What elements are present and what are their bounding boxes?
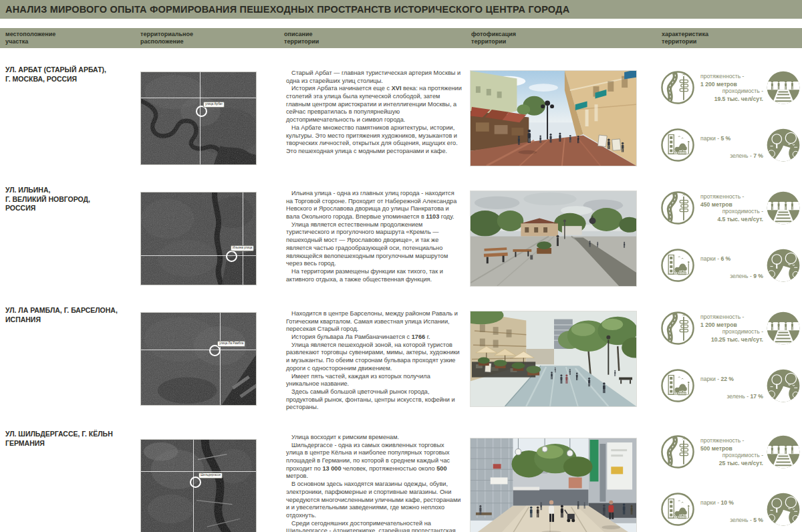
green-metric: зелень - 5 % bbox=[672, 517, 763, 525]
map-grid-line bbox=[200, 72, 200, 164]
metric-label: протяженность - bbox=[700, 193, 744, 200]
metric-label: проходимость - bbox=[722, 88, 763, 94]
metric-label: парки - bbox=[700, 376, 720, 382]
metric-value: 4.5 тыс. чел/сут. bbox=[672, 216, 763, 224]
column-header-location: местоположение участка bbox=[5, 31, 55, 46]
metric-value: 10.25 тыс. чел/сут. bbox=[672, 336, 763, 344]
row-title: УЛ. АРБАТ (СТАРЫЙ АРБАТ), Г. МОСКВА, РОС… bbox=[5, 65, 139, 84]
description-text: Находится в центре Барселоны, между райо… bbox=[286, 310, 462, 412]
metric-label: зелень - bbox=[726, 393, 750, 400]
metric-label: протяженность - bbox=[700, 437, 744, 444]
map-grid-line bbox=[141, 255, 256, 256]
metric-label: парки - bbox=[700, 135, 720, 142]
green-icon bbox=[766, 368, 801, 403]
row-arbat: УЛ. АРБАТ (СТАРЫЙ АРБАТ), Г. МОСКВА, РОС… bbox=[0, 63, 802, 184]
traffic-metric: проходимость -4.5 тыс. чел/сут. bbox=[672, 208, 763, 223]
satellite-map-novgorod bbox=[141, 192, 256, 285]
column-header-characteristics: характеристика территории bbox=[662, 31, 708, 46]
metric-value: 25 тыс. чел/сут. bbox=[672, 460, 763, 468]
green-icon bbox=[766, 248, 801, 283]
map-grid-line bbox=[220, 313, 221, 405]
column-header-description: описание территории bbox=[284, 31, 319, 46]
map-label: улица Арбат bbox=[203, 102, 225, 108]
row-rambla: УЛ. ЛА РАМБЛА, Г. БАРСЕЛОНА, ИСПАНИЯ ули… bbox=[0, 304, 802, 424]
satellite-map-barcelona bbox=[141, 313, 256, 405]
map-label: Ильина улица bbox=[231, 245, 254, 251]
map-grid-line bbox=[141, 350, 256, 350]
street-photo-rambla bbox=[471, 311, 636, 406]
page-title: АНАЛИЗ МИРОВОГО ОПЫТА ФОРМИРОВАНИЯ ПЕШЕХ… bbox=[5, 0, 569, 19]
photo-image bbox=[470, 70, 637, 166]
metric-label: проходимость - bbox=[722, 208, 763, 215]
green-metric: зелень - 7 % bbox=[672, 152, 763, 160]
map-grid-line bbox=[243, 192, 243, 285]
metric-label: проходимость - bbox=[722, 452, 763, 458]
map-marker bbox=[226, 251, 237, 262]
green-metric: зелень - 9 % bbox=[672, 273, 763, 281]
metric-value: 9 % bbox=[753, 273, 763, 279]
metric-value: 22 % bbox=[720, 376, 734, 382]
column-header-photo: фотофиксация территории bbox=[471, 31, 516, 46]
parks-metric: парки - 5 % bbox=[700, 135, 774, 143]
street-photo-schildergasse bbox=[471, 438, 636, 532]
metric-label: зелень - bbox=[730, 517, 753, 523]
length-metric: протяженность -1 200 метров bbox=[700, 313, 767, 329]
map-image: улица Ла Рамбла bbox=[140, 312, 257, 406]
metric-label: парки - bbox=[700, 255, 720, 262]
parks-metric: парки - 6 % bbox=[700, 255, 774, 263]
row-title: УЛ. ИЛЬИНА, Г. ВЕЛИКИЙ НОВГОРОД, РОССИЯ bbox=[5, 186, 139, 213]
map-image: Шильдергассе bbox=[140, 439, 257, 532]
length-metric: протяженность -1 200 метров bbox=[700, 73, 767, 88]
metric-value: 19.5 тыс. чел/сут. bbox=[672, 96, 763, 104]
description-text: Улица восходит к римским временам.Шильде… bbox=[286, 434, 462, 532]
satellite-map-moscow bbox=[141, 72, 256, 164]
metric-value: 5 % bbox=[720, 135, 730, 142]
column-header-bar: местоположение участка территориальное р… bbox=[0, 28, 802, 48]
photo-image bbox=[470, 438, 637, 532]
description-text: Старый Арбат — главная туристическая арт… bbox=[286, 70, 462, 156]
length-metric: протяженность -450 метров bbox=[700, 193, 767, 209]
row-schildergasse: УЛ. ШИЛЬДЕРГАССЕ, Г. КЁЛЬН ГЕРМАНИЯ Шиль… bbox=[0, 428, 802, 532]
green-icon bbox=[766, 492, 801, 527]
column-header-territorial: территориальное расположение bbox=[140, 31, 193, 46]
length-metric: протяженность -500 метров bbox=[700, 437, 767, 452]
metric-label: парки - bbox=[700, 499, 720, 506]
parks-metric: парки - 22 % bbox=[700, 376, 774, 384]
metric-label: зелень - bbox=[730, 273, 753, 279]
metric-label: зелень - bbox=[730, 152, 753, 159]
crosswalk-icon bbox=[766, 190, 801, 225]
metric-value: 10 % bbox=[720, 499, 734, 506]
title-bar: АНАЛИЗ МИРОВОГО ОПЫТА ФОРМИРОВАНИЯ ПЕШЕХ… bbox=[0, 0, 802, 19]
parks-metric: парки - 10 % bbox=[700, 499, 774, 507]
metric-value: 6 % bbox=[720, 255, 730, 262]
map-grid-line bbox=[141, 471, 256, 472]
row-title: УЛ. ШИЛЬДЕРГАССЕ, Г. КЁЛЬН ГЕРМАНИЯ bbox=[5, 430, 139, 448]
metric-value: 5 % bbox=[753, 517, 763, 523]
green-icon bbox=[766, 128, 801, 162]
photo-image bbox=[470, 311, 637, 407]
crosswalk-icon bbox=[766, 311, 801, 346]
metric-label: проходимость - bbox=[722, 328, 763, 335]
traffic-metric: проходимость -10.25 тыс. чел/сут. bbox=[672, 328, 763, 344]
crosswalk-icon bbox=[766, 70, 801, 105]
metric-label: протяженность - bbox=[700, 73, 744, 80]
traffic-metric: проходимость -25 тыс. чел/сут. bbox=[672, 452, 763, 467]
traffic-metric: проходимость -19.5 тыс. чел/сут. bbox=[672, 88, 763, 103]
metric-value: 17 % bbox=[750, 393, 763, 400]
metric-label: протяженность - bbox=[700, 313, 744, 320]
map-image: улица Арбат bbox=[140, 72, 257, 165]
map-image: Ильина улица bbox=[140, 192, 257, 285]
green-metric: зелень - 17 % bbox=[672, 393, 763, 401]
photo-image bbox=[470, 190, 637, 287]
row-ilyina: УЛ. ИЛЬИНА, Г. ВЕЛИКИЙ НОВГОРОД, РОССИЯ … bbox=[0, 184, 802, 304]
map-label: Шильдергассе bbox=[198, 473, 223, 479]
analysis-board: АНАЛИЗ МИРОВОГО ОПЫТА ФОРМИРОВАНИЯ ПЕШЕХ… bbox=[0, 0, 802, 532]
street-photo-arbat bbox=[471, 71, 636, 166]
row-title: УЛ. ЛА РАМБЛА, Г. БАРСЕЛОНА, ИСПАНИЯ bbox=[5, 306, 139, 324]
street-photo-ilyina bbox=[471, 191, 636, 286]
metric-value: 7 % bbox=[753, 152, 763, 159]
map-label: улица Ла Рамбла bbox=[217, 341, 245, 347]
map-grid-line bbox=[141, 98, 256, 98]
crosswalk-icon bbox=[766, 434, 801, 469]
description-text: Ильина улица - одна из главных улиц горо… bbox=[286, 190, 462, 283]
